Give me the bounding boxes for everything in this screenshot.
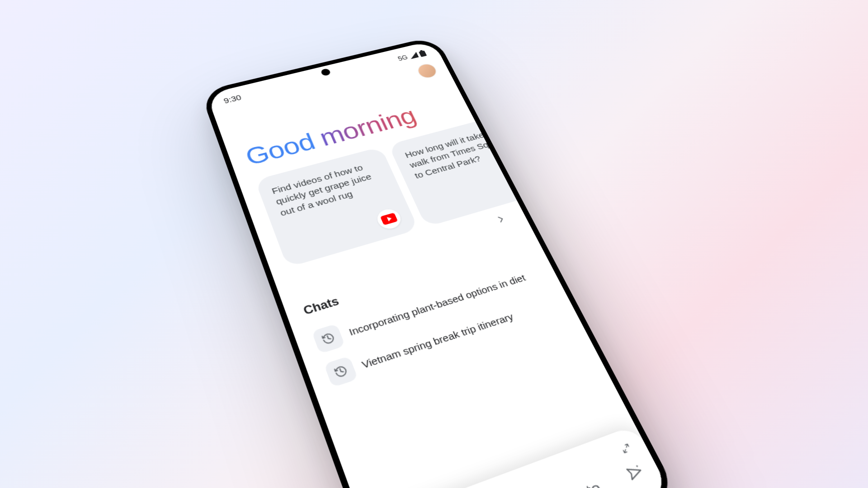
- clock: 9:30: [222, 94, 242, 105]
- signal-icon: [408, 52, 419, 59]
- chevron-right-icon[interactable]: [493, 213, 510, 228]
- history-icon: [324, 356, 358, 388]
- phone-frame: 9:30 5G Good m: [200, 36, 679, 488]
- chat-item[interactable]: Vietnam spring break trip itinerary: [322, 287, 561, 393]
- screen: 9:30 5G Good m: [206, 40, 671, 488]
- youtube-icon: [374, 207, 404, 231]
- battery-icon: [418, 50, 427, 57]
- svg-point-3: [636, 465, 638, 467]
- profile-avatar[interactable]: [416, 63, 438, 79]
- suggestion-card-peek[interactable]: H: [512, 122, 517, 189]
- svg-point-2: [516, 179, 517, 182]
- expand-icon[interactable]: [619, 442, 635, 458]
- greeting-word-1: Good: [242, 128, 318, 170]
- maps-icon: [504, 170, 517, 193]
- network-label: 5G: [397, 54, 409, 62]
- svg-rect-1: [419, 51, 427, 57]
- input-sheet: Type, talk, or share a photo: [363, 425, 671, 488]
- send-icon[interactable]: [624, 462, 648, 486]
- chat-title: Vietnam spring break trip itinerary: [360, 310, 515, 370]
- history-icon: [311, 324, 345, 354]
- chat-title: Incorporating plant-based options in die…: [347, 272, 527, 338]
- input-placeholder: Type, talk, or share a photo: [403, 469, 627, 488]
- text-input[interactable]: Type, talk, or share a photo: [392, 461, 648, 488]
